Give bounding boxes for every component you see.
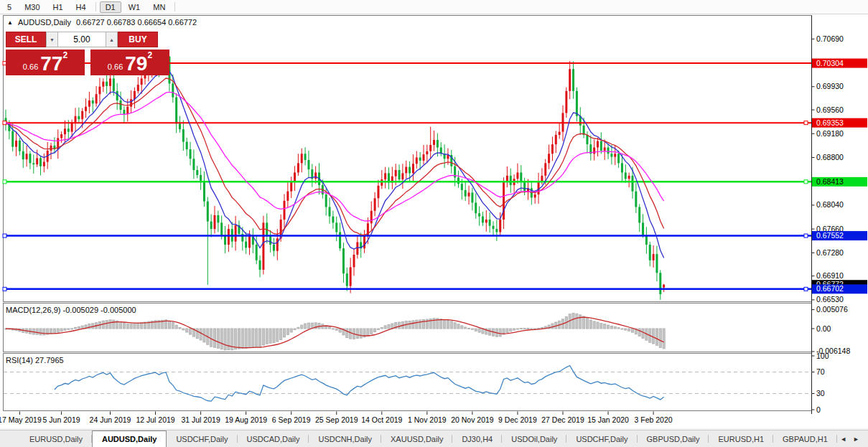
svg-text:0.69353: 0.69353 [816, 118, 844, 127]
sell-price-pip: 2 [62, 50, 67, 60]
svg-text:19 Aug 2019: 19 Aug 2019 [225, 415, 267, 424]
sell-price-prefix: 0.66 [23, 62, 38, 71]
buy-price-pip: 2 [147, 50, 152, 60]
chart-symbol-label: AUDUSD,Daily [18, 18, 71, 27]
svg-text:0.67280: 0.67280 [816, 248, 844, 257]
svg-text:0.005076: 0.005076 [816, 305, 848, 314]
chart-tab-eurusd-h1[interactable]: EURUSD,H1 [709, 430, 773, 447]
svg-text:0.00: 0.00 [816, 324, 831, 333]
svg-text:0.66702: 0.66702 [816, 284, 844, 293]
chart-tab-xauusd-daily[interactable]: XAUUSD,Daily [381, 430, 452, 447]
toolbar-separator [95, 2, 96, 11]
timeframe-button-m30[interactable]: M30 [19, 1, 45, 13]
chart-window: 0.706900.699300.695600.691800.688000.680… [0, 14, 868, 428]
chart-tab-usdcad-daily[interactable]: USDCAD,Daily [238, 430, 309, 447]
svg-text:0.68800: 0.68800 [816, 153, 844, 161]
svg-text:31 Jul 2019: 31 Jul 2019 [181, 415, 220, 424]
svg-text:30: 30 [816, 389, 825, 397]
svg-text:14 Oct 2019: 14 Oct 2019 [361, 415, 402, 424]
mt4-terminal: { "toolbar": { "buttons": ["5", "M30", "… [0, 0, 868, 447]
svg-text:70: 70 [816, 367, 825, 376]
timeframe-button-w1[interactable]: W1 [123, 1, 146, 13]
symbol-marker-icon: ▲ [7, 19, 13, 26]
svg-text:6 Sep 2019: 6 Sep 2019 [272, 415, 311, 424]
volume-input[interactable] [58, 32, 106, 47]
svg-text:0.69930: 0.69930 [816, 82, 844, 90]
timeframe-button-h4[interactable]: H4 [70, 1, 92, 13]
chart-tab-gbpusd-daily[interactable]: GBPUSD,Daily [638, 430, 709, 447]
chart-tab-usdcnh-daily[interactable]: USDCNH,Daily [309, 430, 381, 447]
svg-text:0.70304: 0.70304 [816, 59, 844, 67]
tabs-scroll-left-icon[interactable]: ◄ [840, 436, 846, 443]
svg-text:0.66530: 0.66530 [816, 295, 844, 304]
svg-text:0.67552: 0.67552 [816, 231, 844, 240]
toolbar-separator [174, 2, 175, 11]
svg-text:0.68040: 0.68040 [816, 200, 844, 209]
chart-canvas[interactable]: 0.706900.699300.695600.691800.688000.680… [0, 14, 868, 428]
chart-ohlc-values: 0.66727 0.66783 0.66654 0.66772 [76, 18, 197, 27]
rsi-indicator-label: RSI(14) 27.7965 [6, 356, 64, 364]
one-click-trading-panel: SELL ▼ ▲ BUY 0.66 77 2 0.66 79 2 [6, 32, 169, 75]
tabs-scroll-right-icon[interactable]: ► [853, 436, 859, 443]
svg-text:12 Jul 2019: 12 Jul 2019 [136, 415, 174, 424]
timeframe-toolbar: 5M30H1H4D1W1MN [0, 0, 868, 14]
chart-tab-usdoil-daily[interactable]: USDOil,Daily [502, 430, 566, 447]
svg-text:20 Nov 2019: 20 Nov 2019 [451, 415, 494, 424]
chart-tab-gbpaud-h1[interactable]: GBPAUD,H1 [773, 430, 837, 447]
timeframe-button-d1[interactable]: D1 [100, 1, 121, 13]
svg-text:24 Jun 2019: 24 Jun 2019 [90, 415, 131, 424]
volume-decrease-button[interactable]: ▼ [46, 32, 58, 47]
svg-text:0: 0 [816, 405, 821, 414]
svg-text:0.70690: 0.70690 [816, 34, 844, 43]
svg-text:0.69180: 0.69180 [816, 129, 844, 138]
timeframe-button-h1[interactable]: H1 [47, 1, 69, 13]
svg-text:0.69560: 0.69560 [816, 105, 844, 114]
svg-text:17 May 2019: 17 May 2019 [0, 415, 42, 424]
svg-text:15 Jan 2020: 15 Jan 2020 [587, 415, 629, 424]
timeframe-button-5[interactable]: 5 [1, 1, 17, 13]
buy-button[interactable]: BUY [118, 32, 158, 47]
svg-text:5 Jun 2019: 5 Jun 2019 [43, 415, 80, 424]
buy-price-digits: 79 [125, 55, 147, 73]
chart-tab-eurusd-daily[interactable]: EURUSD,Daily [20, 430, 92, 447]
svg-text:0.66910: 0.66910 [816, 271, 844, 280]
chart-tab-dj30-h4[interactable]: DJ30,H4 [452, 430, 502, 447]
chart-tab-audusd-daily[interactable]: AUDUSD,Daily [92, 430, 167, 447]
volume-increase-button[interactable]: ▲ [106, 32, 118, 47]
chart-tab-usdchf-daily[interactable]: USDCHF,Daily [566, 430, 637, 447]
svg-text:0.68413: 0.68413 [816, 177, 844, 186]
sell-button[interactable]: SELL [6, 32, 46, 47]
buy-price-box[interactable]: 0.66 79 2 [90, 50, 169, 75]
svg-text:27 Dec 2019: 27 Dec 2019 [541, 415, 584, 424]
timeframe-button-mn[interactable]: MN [147, 1, 171, 13]
svg-text:100: 100 [816, 352, 829, 360]
svg-text:25 Sep 2019: 25 Sep 2019 [315, 415, 358, 424]
sell-price-digits: 77 [40, 55, 62, 73]
chart-title: ▲ AUDUSD,Daily 0.66727 0.66783 0.66654 0… [7, 18, 197, 27]
svg-text:9 Dec 2019: 9 Dec 2019 [498, 415, 537, 424]
macd-indicator-label: MACD(12,26,9) -0.005029 -0.005000 [6, 306, 136, 314]
chart-tab-bar: EURUSD,DailyAUDUSD,DailyUSDCHF,DailyUSDC… [0, 430, 868, 447]
svg-text:1 Nov 2019: 1 Nov 2019 [408, 415, 447, 424]
sell-price-box[interactable]: 0.66 77 2 [6, 50, 85, 75]
svg-text:3 Feb 2020: 3 Feb 2020 [635, 415, 673, 424]
chart-tab-usdchf-daily[interactable]: USDCHF,Daily [167, 430, 237, 447]
buy-price-prefix: 0.66 [108, 62, 123, 71]
